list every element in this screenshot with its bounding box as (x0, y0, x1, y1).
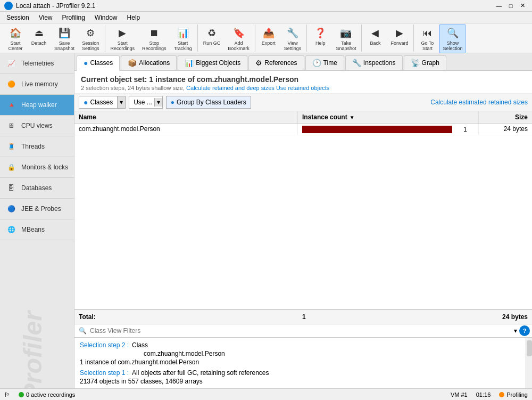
show-selection-button[interactable]: 🔍 ShowSelection (439, 25, 466, 53)
group-by-label: Group By Class Loaders (177, 99, 246, 106)
name-column-header[interactable]: Name (74, 111, 298, 123)
selection-step1-description: All objects after full GC, retaining sof… (132, 369, 269, 377)
run-gc-label: Run GC (203, 40, 221, 46)
graph-tab-icon: 📡 (411, 59, 420, 67)
telemetries-label: Telemetries (21, 60, 54, 67)
take-snapshot-label: TakeSnapshot (336, 40, 356, 51)
menu-profiling[interactable]: Profiling (58, 13, 89, 22)
selection-step2-class-label: Class (132, 341, 148, 349)
mbeans-icon: 🌐 (5, 224, 17, 235)
back-label: Back (370, 40, 380, 46)
close-button[interactable]: ✕ (517, 1, 528, 11)
tab-time[interactable]: 🕐 Time (305, 55, 344, 70)
sidebar-item-jee-probes[interactable]: 🔵 JEE & Probes (0, 199, 74, 219)
live-memory-icon: 🟠 (5, 78, 17, 90)
use-button-arrow[interactable]: ▾ (154, 98, 162, 107)
tab-inspections[interactable]: 🔧 Inspections (345, 55, 403, 70)
selection-step2-row: Selection step 2 : Class (80, 341, 527, 349)
inspections-tab-label: Inspections (363, 59, 396, 67)
classes-select[interactable]: ● Classes ▾ (79, 96, 126, 109)
tab-graph[interactable]: 📡 Graph (404, 55, 446, 70)
calc-retained-link[interactable]: Calculate retained and deep sizes (186, 85, 275, 91)
cell-class-name: com.zhuanght.model.Person (74, 124, 298, 135)
calc-estimated-link[interactable]: Calculate estimated retained sizes (430, 99, 528, 106)
minimize-button[interactable]: — (494, 1, 504, 11)
detach-button[interactable]: ⏏ Detach (28, 25, 50, 53)
window-title: Local attach - JProfiler 9.2.1 (16, 2, 95, 10)
databases-icon: 🗄 (5, 182, 17, 194)
menu-window[interactable]: Window (90, 13, 122, 22)
maximize-button[interactable]: □ (505, 1, 516, 11)
selection-step2-link[interactable]: Selection step 2 : (80, 341, 129, 349)
help-icon: ❓ (314, 27, 327, 39)
start-tracking-icon: 📊 (177, 27, 189, 39)
show-selection-icon: 🔍 (446, 27, 459, 39)
filter-dropdown-arrow[interactable]: ▾ (512, 326, 519, 336)
take-snapshot-button[interactable]: 📷 TakeSnapshot (332, 25, 359, 53)
view-settings-button[interactable]: 🔧 ViewSettings (281, 25, 305, 53)
sidebar: 📈 Telemetries 🟠 Live memory 🔺 Heap walke… (0, 53, 74, 388)
menu-view[interactable]: View (35, 13, 57, 22)
group-by-class-loaders-button[interactable]: ● Group By Class Loaders (166, 96, 251, 109)
count-col-label: Instance count (302, 113, 347, 121)
classes-select-icon: ● (84, 98, 88, 107)
session-settings-button[interactable]: ⚙ SessionSettings (79, 25, 103, 53)
main-container: 📈 Telemetries 🟠 Live memory 🔺 Heap walke… (0, 53, 532, 388)
selection-scrollbar[interactable] (526, 338, 532, 388)
export-label: Export (262, 40, 276, 46)
filter-help-button[interactable]: ? (519, 325, 530, 336)
sidebar-item-live-memory[interactable]: 🟠 Live memory (0, 74, 74, 95)
filter-bar[interactable]: 🔍 ▾ ? (74, 324, 532, 338)
menu-help[interactable]: Help (123, 13, 145, 22)
start-recordings-button[interactable]: ▶ StartRecordings (107, 25, 138, 53)
cell-size: 24 bytes (479, 124, 532, 135)
scrollbar-thumb[interactable] (527, 340, 532, 356)
export-button[interactable]: 📤 Export (257, 25, 280, 53)
start-tracking-button[interactable]: 📊 StartTracking (171, 25, 195, 53)
run-gc-button[interactable]: ♻ Run GC (200, 25, 224, 53)
tab-biggest-objects[interactable]: 📊 Biggest Objects (178, 55, 247, 70)
start-center-button[interactable]: 🏠 StartCenter (4, 25, 27, 53)
recordings-label: 0 active recordings (26, 391, 75, 398)
sidebar-item-databases[interactable]: 🗄 Databases (0, 178, 74, 199)
stop-recordings-button[interactable]: ⏹ StopRecordings (139, 25, 170, 53)
content-title: Current object set: 1 instance of com.zh… (81, 75, 526, 84)
use-retained-link[interactable]: Use retained objects (276, 85, 329, 91)
save-snapshot-button[interactable]: 💾 SaveSnapshot (51, 25, 78, 53)
title-bar: Local attach - JProfiler 9.2.1 — □ ✕ (0, 0, 532, 12)
data-table: Name Instance count ▼ Size com.zhuanght.… (74, 111, 532, 309)
biggest-objects-tab-label: Biggest Objects (196, 59, 240, 67)
tab-references[interactable]: ⚙ References (248, 55, 304, 70)
window-controls[interactable]: — □ ✕ (494, 1, 528, 11)
tab-allocations[interactable]: 📦 Allocations (121, 55, 177, 70)
sidebar-item-cpu-views[interactable]: 🖥 CPU views (0, 116, 74, 136)
menu-session[interactable]: Session (2, 13, 34, 22)
selection-step1-link[interactable]: Selection step 1 : (80, 369, 129, 377)
help-button[interactable]: ❓ Help (309, 25, 331, 53)
sort-arrow[interactable]: ▼ (350, 115, 355, 120)
count-number: 1 (463, 126, 474, 133)
take-snapshot-icon: 📷 (339, 27, 352, 39)
sidebar-item-threads[interactable]: 🧵 Threads (0, 136, 74, 157)
use-button[interactable]: Use ... ▾ (129, 96, 163, 109)
classes-select-arrow[interactable]: ▾ (117, 96, 125, 108)
go-to-start-button[interactable]: ⏮ Go ToStart (416, 25, 438, 53)
sidebar-item-telemetries[interactable]: 📈 Telemetries (0, 53, 74, 74)
view-settings-label: ViewSettings (284, 40, 302, 51)
forward-button[interactable]: ▶ Forward (387, 25, 411, 48)
filter-input[interactable] (89, 326, 512, 336)
tab-classes[interactable]: ● Classes (77, 55, 120, 71)
count-bar (302, 126, 452, 133)
sidebar-watermark: JProfiler (18, 311, 47, 388)
recordings-status-dot (19, 392, 24, 397)
sidebar-item-heap-walker[interactable]: 🔺 Heap walker (0, 95, 74, 116)
sidebar-item-monitors-locks[interactable]: 🔒 Monitors & locks (0, 157, 74, 178)
count-column-header[interactable]: Instance count ▼ (298, 111, 479, 123)
table-row[interactable]: com.zhuanght.model.Person 1 24 bytes (74, 124, 532, 135)
sidebar-item-mbeans[interactable]: 🌐 MBeans (0, 219, 74, 240)
add-bookmark-button[interactable]: 🔖 AddBookmark (225, 25, 253, 53)
session-settings-icon: ⚙ (84, 27, 97, 39)
size-column-header[interactable]: Size (479, 111, 532, 123)
selection-step2-desc: 1 instance of com.zhuanght.model.Person (80, 358, 527, 366)
back-button[interactable]: ◀ Back (364, 25, 386, 48)
